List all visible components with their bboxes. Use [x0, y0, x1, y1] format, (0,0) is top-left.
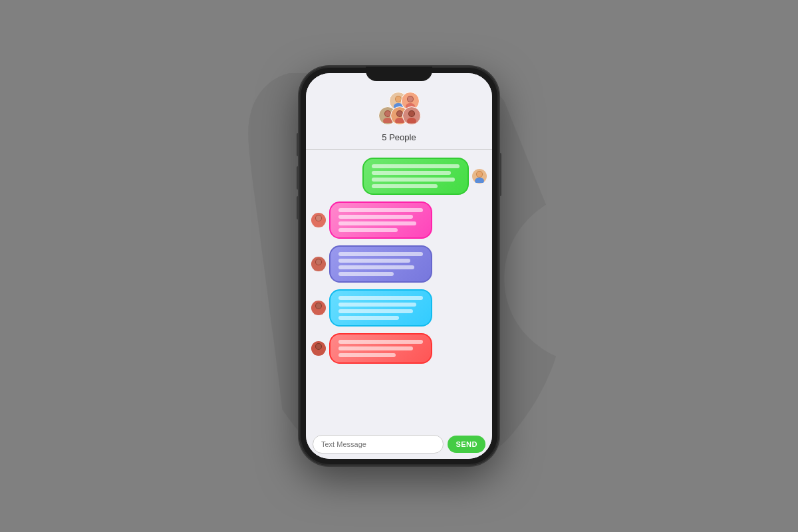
svg-point-14 — [409, 111, 414, 116]
svg-point-23 — [316, 259, 321, 265]
iphone-notch — [366, 66, 432, 81]
svg-point-17 — [477, 172, 482, 177]
message-input[interactable] — [313, 435, 444, 454]
bubble-line — [338, 221, 416, 225]
message-row-2 — [311, 201, 487, 239]
bubble-line — [338, 340, 423, 344]
message-row-4 — [311, 289, 487, 327]
avatar-5 — [402, 106, 421, 125]
svg-point-25 — [314, 309, 323, 315]
svg-point-26 — [316, 303, 321, 309]
svg-point-5 — [408, 96, 413, 102]
message-row-3 — [311, 245, 487, 283]
svg-point-2 — [396, 96, 401, 102]
bubble-line — [338, 272, 394, 276]
svg-point-20 — [316, 215, 321, 221]
msg-avatar-4 — [311, 301, 326, 315]
bubble-line — [338, 215, 413, 219]
svg-point-16 — [475, 178, 484, 183]
bubble-line — [338, 228, 398, 232]
bubble-line — [372, 178, 455, 182]
svg-point-13 — [407, 118, 416, 123]
bubble-line — [338, 259, 410, 263]
bubble-line — [338, 353, 396, 357]
bubble-line — [338, 316, 399, 320]
svg-point-28 — [314, 350, 323, 355]
bubble-line — [338, 296, 423, 300]
message-bubble-5 — [329, 333, 432, 364]
bubble-line — [338, 208, 423, 212]
svg-point-11 — [397, 111, 402, 116]
bubble-line — [372, 184, 438, 188]
bubble-line — [372, 164, 460, 168]
input-area: SEND — [306, 430, 492, 459]
message-row-1 — [311, 158, 487, 195]
message-bubble-2 — [329, 201, 432, 239]
bubble-line — [372, 171, 451, 175]
messages-area — [306, 150, 492, 430]
msg-avatar-5 — [311, 341, 326, 356]
svg-point-22 — [314, 265, 323, 271]
svg-point-29 — [316, 344, 321, 349]
iphone-frame: 5 People — [299, 66, 499, 466]
group-avatar — [376, 92, 422, 128]
message-bubble-1 — [362, 158, 469, 195]
group-name-label: 5 People — [382, 132, 416, 142]
iphone-screen: 5 People — [306, 73, 492, 459]
bubble-line — [338, 265, 414, 269]
svg-point-8 — [385, 111, 390, 116]
message-bubble-3 — [329, 245, 432, 283]
msg-avatar-1 — [472, 169, 487, 184]
bubble-line — [338, 309, 413, 313]
send-button[interactable]: SEND — [448, 436, 485, 453]
message-bubble-4 — [329, 289, 432, 327]
bubble-line — [338, 346, 413, 350]
svg-point-19 — [314, 221, 323, 227]
bubble-line — [338, 252, 423, 256]
bubble-line — [338, 303, 416, 307]
message-row-5 — [311, 333, 487, 364]
msg-avatar-2 — [311, 213, 326, 227]
msg-avatar-3 — [311, 257, 326, 271]
chat-header: 5 People — [306, 73, 492, 150]
